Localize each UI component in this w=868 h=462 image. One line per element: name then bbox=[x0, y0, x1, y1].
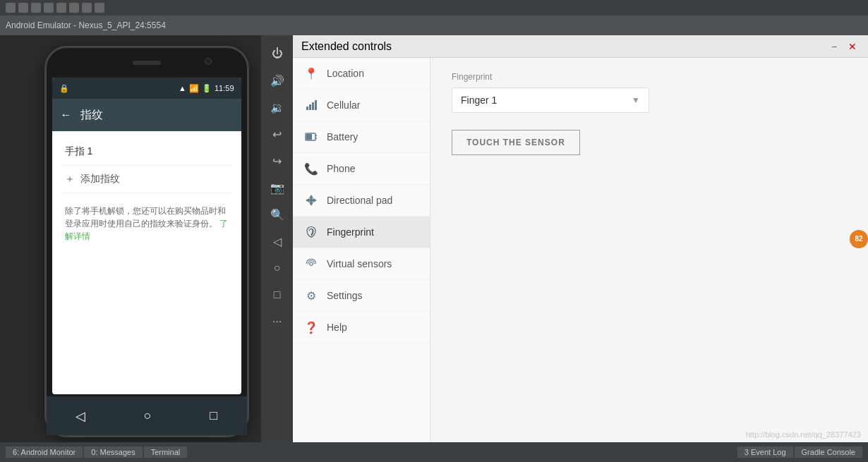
sidebar-label-virtual-sensors: Virtual sensors bbox=[327, 258, 392, 269]
toolbar-icon-1 bbox=[6, 3, 16, 13]
sidebar-item-location[interactable]: 📍 Location bbox=[293, 58, 430, 90]
main-area: 🔒 ▲ 📶 🔋 11:59 ← 指纹 bbox=[0, 35, 868, 442]
sidebar-item-cellular[interactable]: Cellular bbox=[293, 90, 430, 121]
sidebar-label-phone: Phone bbox=[327, 163, 355, 174]
extended-controls-window: Extended controls − ✕ 📍 Location bbox=[293, 35, 868, 442]
ide-bottom-bar: 6: Android Monitor 0: Messages Terminal … bbox=[0, 442, 868, 462]
gradle-console-tab[interactable]: Gradle Console bbox=[795, 446, 862, 458]
svg-rect-0 bbox=[306, 107, 308, 110]
title-bar: Android Emulator - Nexus_5_API_24:5554 bbox=[0, 16, 868, 35]
virtual-sensors-icon bbox=[304, 257, 318, 271]
sidebar-item-fingerprint[interactable]: Fingerprint bbox=[293, 217, 430, 248]
finger-item-1: 手指 1 bbox=[62, 138, 231, 166]
status-icons: ▲ 📶 🔋 11:59 bbox=[179, 84, 234, 93]
sidebar-item-battery[interactable]: Battery bbox=[293, 121, 430, 153]
sidebar-item-phone[interactable]: 📞 Phone bbox=[293, 153, 430, 185]
rotate-right-button[interactable]: ↪ bbox=[265, 148, 290, 174]
battery-nav-icon bbox=[304, 130, 318, 144]
location-icon: 📍 bbox=[304, 66, 318, 80]
ext-controls-title: Extended controls bbox=[301, 40, 392, 53]
svg-rect-7 bbox=[306, 134, 312, 140]
minimize-button[interactable]: − bbox=[827, 39, 841, 54]
svg-rect-3 bbox=[315, 100, 317, 110]
messages-tab[interactable]: 0: Messages bbox=[84, 446, 142, 458]
power-button[interactable]: ⏻ bbox=[265, 41, 290, 66]
phone-app-body: 手指 1 ＋ 添加指纹 除了将手机解锁，您还可以在购买物品时和登录应用时使用自己… bbox=[52, 131, 241, 261]
sidebar-label-battery: Battery bbox=[327, 131, 358, 142]
close-button[interactable]: ✕ bbox=[845, 39, 860, 54]
settings-nav-icon: ⚙ bbox=[304, 288, 318, 303]
sidebar-item-dpad[interactable]: Directional pad bbox=[293, 185, 430, 217]
toolbar-icon-4 bbox=[44, 3, 54, 13]
home-nav-button[interactable]: ○ bbox=[265, 255, 290, 281]
sidebar-label-help: Help bbox=[327, 322, 347, 333]
event-log-tab[interactable]: 3 Event Log bbox=[737, 446, 793, 458]
phone-app-header: ← 指纹 bbox=[52, 99, 241, 131]
touch-sensor-button[interactable]: TOUCH THE SENSOR bbox=[452, 130, 580, 155]
phone-nav-icon: 📞 bbox=[304, 162, 318, 176]
sidebar-label-location: Location bbox=[327, 68, 364, 79]
phone-screen: 🔒 ▲ 📶 🔋 11:59 ← 指纹 bbox=[52, 78, 241, 394]
signal-icon: ▲ bbox=[179, 84, 186, 92]
zoom-button[interactable]: 🔍 bbox=[265, 202, 290, 227]
nav-back-button[interactable]: ◁ bbox=[76, 408, 85, 424]
fingerprint-panel: Fingerprint Finger 1 ▼ TOUCH THE SENSOR bbox=[430, 58, 868, 442]
phone-speaker bbox=[133, 61, 161, 65]
nav-home-button[interactable]: ○ bbox=[144, 408, 152, 423]
toolbar-icon-5 bbox=[56, 3, 66, 13]
wifi-icon: 📶 bbox=[189, 84, 199, 93]
back-arrow: ← bbox=[61, 109, 72, 121]
sidebar-item-virtual-sensors[interactable]: Virtual sensors bbox=[293, 248, 430, 280]
time-display: 11:59 bbox=[215, 84, 234, 92]
ext-window-controls: − ✕ bbox=[827, 39, 860, 54]
svg-rect-2 bbox=[312, 102, 314, 110]
sidebar-label-settings: Settings bbox=[327, 290, 363, 301]
sidebar-item-help[interactable]: ❓ Help bbox=[293, 312, 430, 344]
toolbar-icon-2 bbox=[18, 3, 28, 13]
volume-down-button[interactable]: 🔉 bbox=[265, 95, 290, 120]
svg-marker-10 bbox=[306, 198, 309, 202]
toolbar-icon-7 bbox=[82, 3, 92, 13]
app-title: 指纹 bbox=[80, 108, 103, 123]
svg-point-13 bbox=[310, 262, 313, 266]
screenshot-button[interactable]: 📷 bbox=[265, 175, 290, 200]
bottom-tabs-left: 6: Android Monitor 0: Messages Terminal bbox=[6, 446, 187, 458]
phone-bottom-nav: ◁ ○ □ bbox=[47, 396, 247, 435]
ext-sidebar: 📍 Location Cellular bbox=[293, 58, 430, 442]
square-nav-button[interactable]: □ bbox=[265, 282, 290, 308]
help-icon: ❓ bbox=[304, 320, 318, 334]
volume-up-button[interactable]: 🔊 bbox=[265, 68, 290, 93]
left-panel: 🔒 ▲ 📶 🔋 11:59 ← 指纹 bbox=[0, 35, 293, 442]
fingerprint-selected-value: Finger 1 bbox=[461, 95, 497, 106]
sidebar-label-fingerprint: Fingerprint bbox=[327, 226, 374, 238]
android-monitor-tab[interactable]: 6: Android Monitor bbox=[6, 446, 83, 458]
phone-device: 🔒 ▲ 📶 🔋 11:59 ← 指纹 bbox=[44, 46, 249, 437]
rotate-left-button[interactable]: ↩ bbox=[265, 121, 290, 147]
sidebar-item-settings[interactable]: ⚙ Settings bbox=[293, 280, 430, 312]
svg-marker-9 bbox=[309, 202, 313, 206]
svg-marker-8 bbox=[309, 195, 313, 198]
cellular-icon bbox=[304, 98, 318, 112]
fingerprint-field-label: Fingerprint bbox=[452, 72, 847, 82]
terminal-tab[interactable]: Terminal bbox=[144, 446, 188, 458]
ext-controls-content: 📍 Location Cellular bbox=[293, 58, 868, 442]
add-finger-button[interactable]: ＋ 添加指纹 bbox=[62, 166, 231, 193]
emulator-container: 🔒 ▲ 📶 🔋 11:59 ← 指纹 bbox=[0, 35, 293, 442]
watermark-text: http://blog.csdn.net/qq_28377423 bbox=[746, 430, 861, 439]
fingerprint-nav-icon bbox=[304, 225, 318, 239]
back-nav-button[interactable]: ◁ bbox=[265, 229, 290, 254]
phone-lock-icon: 🔒 bbox=[59, 84, 69, 93]
plus-icon: ＋ bbox=[65, 173, 75, 186]
notification-badge: 82 bbox=[850, 230, 868, 248]
phone-status-bar: 🔒 ▲ 📶 🔋 11:59 bbox=[52, 78, 241, 99]
phone-description-text: 除了将手机解锁，您还可以在购买物品时和登录应用时使用自己的指纹来验证身份。 了解… bbox=[62, 193, 231, 254]
phone-camera bbox=[205, 58, 212, 65]
chevron-down-icon: ▼ bbox=[632, 95, 640, 105]
svg-point-12 bbox=[309, 198, 313, 202]
more-options-button[interactable]: ··· bbox=[265, 309, 290, 334]
window-title: Android Emulator - Nexus_5_API_24:5554 bbox=[6, 20, 166, 30]
bottom-tabs-right: 3 Event Log Gradle Console bbox=[737, 446, 862, 458]
fingerprint-dropdown[interactable]: Finger 1 ▼ bbox=[452, 87, 649, 113]
sidebar-label-dpad: Directional pad bbox=[327, 195, 392, 206]
nav-recents-button[interactable]: □ bbox=[210, 408, 217, 423]
